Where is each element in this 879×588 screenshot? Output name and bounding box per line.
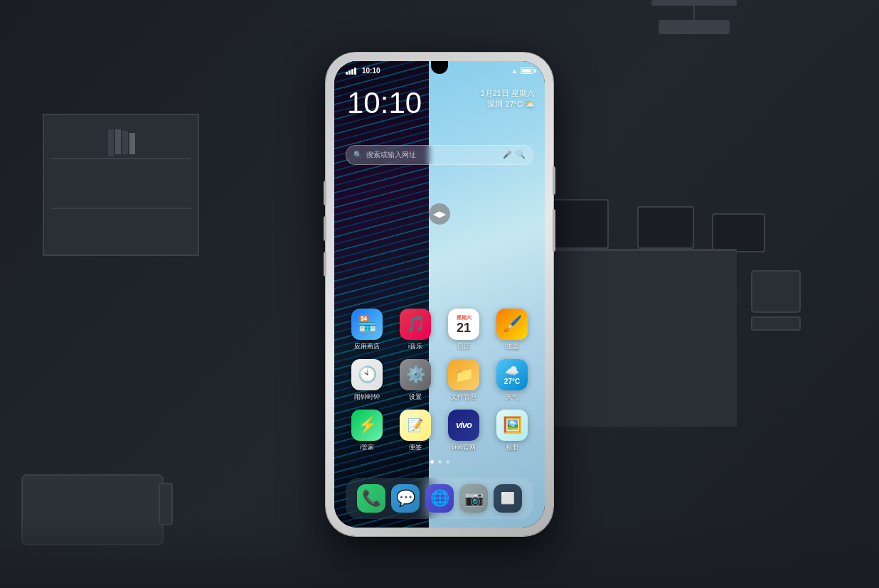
signal-icon (346, 68, 356, 75)
app-theme[interactable]: 🖌️ i主题 (491, 309, 533, 351)
drawer-icon: ⬜ (501, 491, 515, 505)
status-right: ▲ (511, 68, 533, 75)
files-icon: 📁 (448, 359, 479, 390)
settings-label: 设置 (409, 393, 422, 401)
weather-label: 天气 (506, 393, 518, 401)
volume-up-button[interactable] (553, 209, 555, 252)
ceiling-light (651, 0, 737, 36)
office-chair (751, 270, 808, 341)
dock-phone[interactable]: 📞 (357, 484, 385, 513)
dock-camera[interactable]: 📷 (459, 484, 488, 513)
theme-icon: 🖌️ (496, 309, 528, 340)
dot-1 (430, 460, 434, 464)
location-text: 深圳 27°C (487, 100, 523, 108)
dot-3 (446, 460, 449, 464)
theme-label: i主题 (505, 343, 519, 351)
app-gallery[interactable]: 🖼️ 相册 (491, 410, 533, 451)
app-clock[interactable]: 🕙 闹钟时钟 (346, 359, 388, 401)
app-row-2: 🕙 闹钟时钟 ⚙️ 设置 📁 文件管理 (343, 359, 536, 401)
appstore-label: 应用商店 (354, 343, 380, 351)
side-button-3[interactable] (324, 252, 326, 277)
app-notes[interactable]: 📝 便签 (394, 410, 437, 451)
app-grid: 🏪 应用商店 🎵 i音乐 星期六 (334, 309, 545, 470)
imanager-icon: ⚡ (351, 410, 383, 441)
vivo-label: vivo官网 (452, 444, 476, 451)
signal-bar-1 (346, 72, 348, 75)
weather-cloud-icon: ☁️ (505, 364, 519, 378)
music-icon: 🎵 (400, 309, 431, 340)
dock-browser[interactable]: 🌐 (425, 484, 454, 513)
search-right-icons: 🎤 🔍 (503, 150, 526, 159)
app-music[interactable]: 🎵 i音乐 (394, 309, 437, 351)
power-button[interactable] (553, 166, 555, 195)
scroll-indicator[interactable]: ◀▶ (429, 203, 450, 225)
search-submit-icon[interactable]: 🔍 (516, 150, 526, 159)
app-row-1: 🏪 应用商店 🎵 i音乐 星期六 (343, 309, 536, 351)
phone-icon: 📞 (362, 489, 381, 508)
vivo-icon: vivo (448, 410, 479, 441)
appstore-icon: 🏪 (351, 309, 383, 340)
microphone-icon[interactable]: 🎤 (503, 151, 511, 159)
search-placeholder-text: 搜索或输入网址 (366, 150, 503, 160)
dock: 📞 💬 🌐 📷 ⬜ (346, 478, 533, 519)
search-bar[interactable]: 🔍 搜索或输入网址 🎤 🔍 (346, 145, 533, 165)
app-files[interactable]: 📁 文件管理 (442, 359, 485, 401)
gallery-icon: 🖼️ (496, 410, 528, 441)
app-calendar[interactable]: 星期六 21 日历 (442, 309, 485, 351)
calendar-label: 日历 (457, 343, 470, 351)
notes-label: 便签 (409, 444, 422, 451)
weather-temp-text: 27°C (504, 378, 520, 385)
status-time: 10:10 (362, 67, 380, 75)
vivo-text: vivo (456, 419, 472, 430)
music-label: i音乐 (408, 343, 422, 351)
browser-icon: 🌐 (430, 489, 449, 508)
signal-bar-2 (348, 70, 351, 75)
messages-icon: 💬 (396, 489, 415, 508)
clock-icon: 🕙 (351, 359, 383, 390)
calendar-icon: 星期六 21 (448, 309, 479, 340)
date-weather-widget: 3月21日 星期六 深圳 27°C ⛅ (481, 88, 535, 109)
calendar-day: 21 (457, 321, 471, 334)
dock-messages[interactable]: 💬 (391, 484, 420, 513)
imanager-label: i管家 (360, 444, 374, 451)
clock-time: 10:10 (347, 88, 422, 118)
search-icon: 🔍 (353, 151, 362, 159)
volume-down-button[interactable] (324, 216, 326, 241)
clock-label: 闹钟时钟 (354, 393, 380, 401)
phone-screen: 10:10 ▲ 10:10 3月21日 星期六 深圳 27°C ⛅ (334, 61, 545, 528)
app-row-3: ⚡ i管家 📝 便签 vivo (343, 410, 536, 451)
signal-bar-4 (354, 68, 356, 75)
weather-text: 深圳 27°C ⛅ (481, 99, 535, 109)
weather-emoji: ⛅ (525, 100, 535, 108)
date-text: 3月21日 星期六 (481, 88, 535, 99)
dock-drawer[interactable]: ⬜ (494, 484, 522, 513)
app-vivo[interactable]: vivo vivo官网 (442, 410, 485, 451)
status-left: 10:10 (346, 67, 380, 75)
dot-2 (438, 460, 442, 464)
app-imanager[interactable]: ⚡ i管家 (346, 410, 388, 451)
app-weather[interactable]: ☁️ 27°C 天气 (491, 359, 533, 401)
notes-icon: 📝 (400, 410, 431, 441)
scroll-arrows: ◀▶ (433, 209, 446, 219)
gallery-label: 相册 (506, 444, 518, 451)
battery-icon (521, 68, 533, 74)
room-shelf (43, 114, 199, 256)
app-settings[interactable]: ⚙️ 设置 (394, 359, 437, 401)
camera-icon: 📷 (464, 489, 484, 508)
settings-icon: ⚙️ (400, 359, 431, 390)
monitor-3 (712, 213, 765, 252)
files-label: 文件管理 (451, 393, 476, 401)
side-button-1[interactable] (324, 181, 326, 205)
phone-container: 10:10 ▲ 10:10 3月21日 星期六 深圳 27°C ⛅ (326, 53, 553, 536)
monitor-2 (637, 206, 694, 249)
wifi-icon: ▲ (511, 68, 518, 75)
time-display: 10:10 (347, 88, 422, 118)
weather-icon: ☁️ 27°C (496, 359, 528, 390)
signal-bar-3 (351, 69, 353, 75)
app-appstore[interactable]: 🏪 应用商店 (346, 309, 388, 351)
phone-frame: 10:10 ▲ 10:10 3月21日 星期六 深圳 27°C ⛅ (326, 53, 553, 536)
page-indicator (343, 460, 536, 464)
